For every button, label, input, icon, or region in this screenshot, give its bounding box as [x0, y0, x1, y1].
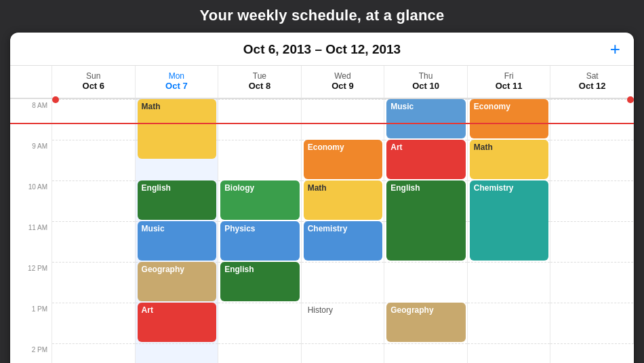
- page-title: Your weekly schedule, at a glance: [10, 7, 634, 24]
- grid-cell-day3-hour3: [302, 221, 385, 262]
- date-range: Oct 6, 2013 – Oct 12, 2013: [243, 42, 401, 57]
- now-dot-right: [627, 96, 634, 103]
- grid-cell-day5-hour6: [468, 343, 551, 363]
- grid-cell-day0-hour0: [52, 99, 136, 140]
- now-line: [10, 123, 634, 124]
- time-label-11-am: 11 AM: [10, 221, 52, 262]
- time-label-12-pm: 12 PM: [10, 262, 52, 303]
- grid-cell-day4-hour1: [384, 140, 468, 180]
- grid-cell-day4-hour4: [384, 262, 468, 303]
- grid-cell-day4-hour0: [384, 99, 468, 140]
- grid-cell-day1-hour5: [136, 303, 219, 343]
- grid-cell-day3-hour2: [302, 180, 385, 221]
- grid-cell-day5-hour2: [468, 180, 551, 221]
- day-header-thu: ThuOct 10: [384, 66, 468, 98]
- grid-cell-day6-hour1: [550, 140, 634, 180]
- day-header-fri: FriOct 11: [468, 66, 551, 98]
- grid-cell-day4-hour6: [384, 343, 468, 363]
- grid-cell-day6-hour2: [550, 180, 634, 221]
- grid-cell-day0-hour4: [52, 262, 136, 303]
- grid-cell-day1-hour3: [136, 221, 219, 262]
- time-label-8-am: 8 AM: [10, 99, 52, 140]
- grid-cell-day1-hour0: [136, 99, 219, 140]
- grid-cell-day0-hour6: [52, 343, 136, 363]
- grid-cell-day2-hour0: [218, 99, 302, 140]
- grid-cell-day2-hour3: [218, 221, 302, 262]
- grid-cell-day1-hour1: [136, 140, 219, 180]
- grid-cell-day0-hour2: [52, 180, 136, 221]
- grid-cell-day3-hour4: [302, 262, 385, 303]
- time-label-1-pm: 1 PM: [10, 303, 52, 343]
- grid-cell-day5-hour0: [468, 99, 551, 140]
- grid-cell-day4-hour5: [384, 303, 468, 343]
- day-header-mon: MonOct 7: [136, 66, 219, 98]
- grid-cell-day6-hour5: [550, 303, 634, 343]
- grid-cell-day2-hour1: [218, 140, 302, 180]
- grid-cell-day6-hour6: [550, 343, 634, 363]
- grid-cell-day5-hour3: [468, 221, 551, 262]
- time-label-9-am: 9 AM: [10, 140, 52, 180]
- grid-cell-day2-hour6: [218, 343, 302, 363]
- day-header-tue: TueOct 8: [218, 66, 302, 98]
- grid-cell-day0-hour3: [52, 221, 136, 262]
- day-header-sat: SatOct 12: [550, 66, 634, 98]
- grid-cell-day0-hour5: [52, 303, 136, 343]
- grid-cell-day2-hour4: [218, 262, 302, 303]
- calendar-card: Oct 6, 2013 – Oct 12, 2013 + SunOct 6Mon…: [10, 33, 634, 363]
- grid-cell-day6-hour4: [550, 262, 634, 303]
- grid-cell-day4-hour2: [384, 180, 468, 221]
- day-header-wed: WedOct 9: [302, 66, 385, 98]
- time-label-2-pm: 2 PM: [10, 343, 52, 363]
- grid-cell-day1-hour4: [136, 262, 219, 303]
- day-header-sun: SunOct 6: [52, 66, 136, 98]
- grid-cell-day3-hour6: [302, 343, 385, 363]
- grid-cell-day5-hour4: [468, 262, 551, 303]
- grid-cell-day3-hour5: [302, 303, 385, 343]
- grid-cell-day1-hour6: [136, 343, 219, 363]
- now-dot-left: [52, 96, 59, 103]
- grid-cell-day5-hour5: [468, 303, 551, 343]
- schedule-container: Your weekly schedule, at a glance Oct 6,…: [10, 0, 634, 363]
- grid-cell-day3-hour0: [302, 99, 385, 140]
- grid-cell-day6-hour3: [550, 221, 634, 262]
- grid-cell-day2-hour2: [218, 180, 302, 221]
- calendar-body: SunOct 6MonOct 7TueOct 8WedOct 9ThuOct 1…: [10, 66, 634, 363]
- grid-cell-day4-hour3: [384, 221, 468, 262]
- calendar-header: Oct 6, 2013 – Oct 12, 2013 +: [10, 33, 634, 66]
- grid-cell-day1-hour2: [136, 180, 219, 221]
- grid-cell-day6-hour0: [550, 99, 634, 140]
- grid-cell-day5-hour1: [468, 140, 551, 180]
- grid-cell-day0-hour1: [52, 140, 136, 180]
- add-event-button[interactable]: +: [610, 40, 620, 58]
- grid-cell-day3-hour1: [302, 140, 385, 180]
- grid-cell-day2-hour5: [218, 303, 302, 343]
- time-label-10-am: 10 AM: [10, 180, 52, 221]
